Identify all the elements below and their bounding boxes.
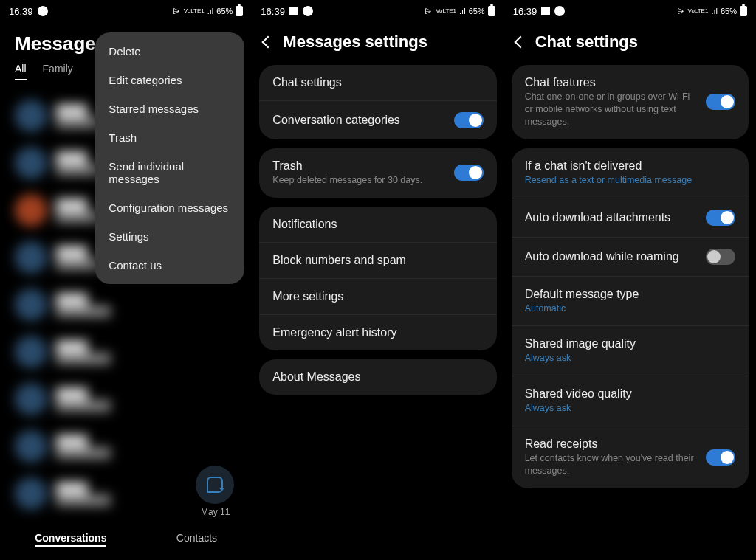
item-more-settings[interactable]: More settings (259, 278, 496, 314)
compose-icon (207, 477, 223, 493)
list-item[interactable]: ████████████ (0, 423, 252, 470)
item-read-receipts[interactable]: Read receipts Let contacts know when you… (512, 426, 749, 488)
back-icon[interactable] (262, 36, 275, 49)
menu-trash[interactable]: Trash (95, 123, 244, 152)
menu-edit-categories[interactable]: Edit categories (95, 66, 244, 94)
battery-icon (740, 6, 747, 16)
item-about[interactable]: About Messages (259, 359, 496, 395)
item-undelivered[interactable]: If a chat isn't delivered Resend as a te… (512, 148, 749, 198)
toggle-read-receipts[interactable] (706, 449, 735, 466)
item-default-msg-type[interactable]: Default message type Automatic (512, 276, 749, 326)
settings-group-options: If a chat isn't delivered Resend as a te… (512, 148, 749, 488)
list-item[interactable]: ████████████ (0, 376, 252, 423)
date-badge: May 11 (201, 507, 230, 517)
signal-icon: .ıl (711, 7, 718, 15)
item-chat-features[interactable]: Chat features Chat one-on-one or in grou… (512, 65, 749, 139)
list-item[interactable]: ████████████ (0, 281, 252, 328)
settings-group-chat: Chat settings Conversation categories (259, 65, 496, 139)
toggle-conversation-categories[interactable] (454, 112, 484, 128)
status-time: 16:39 (261, 6, 285, 17)
app-indicator-icon (303, 6, 313, 16)
page-title: Chat settings (535, 32, 638, 52)
item-sublabel: Chat one-on-one or in groups over Wi-Fi … (525, 91, 697, 128)
item-auto-download-roaming[interactable]: Auto download while roaming (512, 237, 749, 276)
menu-configuration[interactable]: Configuration messages (95, 193, 244, 222)
back-icon[interactable] (514, 36, 526, 49)
item-label: Auto download attachments (525, 211, 697, 224)
item-emergency-alerts[interactable]: Emergency alert history (259, 314, 496, 350)
settings-group-features: Chat features Chat one-on-one or in grou… (512, 65, 749, 139)
battery-icon (236, 6, 243, 16)
settings-group-general: Notifications Block numbers and spam Mor… (259, 207, 496, 350)
toggle-trash[interactable] (454, 165, 484, 181)
signal-icon: .ıl (459, 7, 466, 15)
item-label: Shared image quality (525, 337, 735, 350)
tab-all[interactable]: All (15, 63, 27, 80)
settings-header: Messages settings (252, 22, 504, 65)
item-label: Default message type (525, 288, 735, 301)
tab-conversations[interactable]: Conversations (35, 532, 106, 547)
item-trash[interactable]: Trash Keep deleted messages for 30 days. (259, 148, 496, 198)
battery-icon (488, 6, 495, 16)
app-indicator-icon (38, 6, 48, 16)
item-label: Conversation categories (272, 114, 444, 127)
gallery-indicator-icon (289, 7, 298, 15)
item-block-spam[interactable]: Block numbers and spam (259, 242, 496, 278)
settings-group-about: About Messages (259, 359, 496, 395)
tab-family[interactable]: Family (43, 63, 73, 80)
screen-chat-settings: 16:39 ⩥ VoLTE1 .ıl 65% Chat settings Cha… (504, 0, 756, 560)
toggle-auto-download-roaming[interactable] (706, 249, 735, 265)
wifi-icon: ⩥ (425, 7, 433, 15)
item-label: Shared video quality (525, 387, 735, 401)
item-sublabel: Let contacts know when you've read their… (525, 452, 697, 477)
item-video-quality[interactable]: Shared video quality Always ask (512, 376, 749, 426)
wifi-icon: ⩥ (173, 7, 181, 15)
item-label: Read receipts (525, 438, 697, 451)
item-label: Block numbers and spam (272, 254, 483, 267)
item-chat-settings[interactable]: Chat settings (259, 65, 496, 100)
status-time: 16:39 (513, 6, 537, 17)
gallery-indicator-icon (541, 7, 550, 15)
screen-messages-list: 16:39 ⩥ VoLTE1 .ıl 65% Messages All Fami… (0, 0, 252, 560)
menu-settings[interactable]: Settings (95, 222, 244, 251)
page-title: Messages settings (283, 32, 427, 52)
list-item[interactable]: ████████████ (0, 328, 252, 376)
menu-delete[interactable]: Delete (95, 37, 244, 66)
app-indicator-icon (554, 6, 565, 16)
compose-button[interactable] (196, 466, 234, 504)
settings-group-trash: Trash Keep deleted messages for 30 days. (259, 148, 496, 198)
item-label: Emergency alert history (272, 326, 483, 339)
volte-label: VoLTE1 (436, 8, 456, 14)
volte-label: VoLTE1 (688, 8, 709, 14)
item-sublabel: Always ask (525, 352, 735, 364)
item-label: If a chat isn't delivered (525, 159, 735, 173)
item-auto-download[interactable]: Auto download attachments (512, 198, 749, 237)
item-label: Auto download while roaming (525, 250, 697, 263)
menu-send-individual[interactable]: Send individual messages (95, 152, 244, 193)
status-bar: 16:39 ⩥ VoLTE1 .ıl 65% (504, 0, 756, 22)
overflow-menu: Delete Edit categories Starred messages … (95, 32, 244, 284)
item-notifications[interactable]: Notifications (259, 207, 496, 242)
battery-percent: 65% (469, 7, 485, 15)
item-sublabel: Resend as a text or multimedia message (525, 174, 735, 187)
toggle-chat-features[interactable] (706, 94, 735, 110)
bottom-nav: Conversations Contacts (0, 522, 252, 560)
tab-contacts[interactable]: Contacts (176, 532, 217, 547)
item-label: More settings (272, 290, 483, 303)
battery-percent: 65% (216, 7, 233, 15)
item-label: Trash (272, 159, 444, 173)
item-label: Notifications (272, 218, 483, 231)
item-sublabel: Always ask (525, 402, 735, 415)
item-image-quality[interactable]: Shared image quality Always ask (512, 325, 749, 376)
signal-icon: .ıl (207, 7, 214, 15)
screen-messages-settings: 16:39 ⩥ VoLTE1 .ıl 65% Messages settings… (252, 0, 504, 560)
status-time: 16:39 (9, 6, 33, 17)
item-conversation-categories[interactable]: Conversation categories (259, 100, 496, 139)
toggle-auto-download[interactable] (706, 210, 735, 226)
settings-header: Chat settings (504, 22, 756, 65)
menu-starred[interactable]: Starred messages (95, 94, 244, 123)
menu-contact-us[interactable]: Contact us (95, 251, 244, 280)
item-sublabel: Keep deleted messages for 30 days. (272, 174, 444, 187)
item-label: Chat settings (272, 76, 483, 89)
battery-percent: 65% (721, 7, 737, 15)
